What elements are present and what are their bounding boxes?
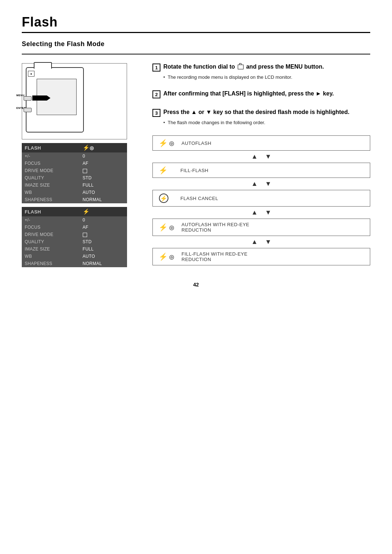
- table-row: DRIVE MODE: [22, 231, 127, 238]
- down-arrow-icon: ▼: [265, 153, 271, 160]
- flash-mode-autoflash: ⚡◎ AUTOFLASH: [152, 135, 370, 151]
- fill-flash-label: FILL-FLASH: [180, 168, 208, 173]
- step-3-heading: 3 Press the ▲ or ▼ key so that the desir…: [152, 109, 370, 117]
- step-1-number: 1: [152, 64, 160, 72]
- up-arrow-icon: ▲: [251, 238, 258, 246]
- menu-table-2: FLASH ⚡ +/-0 FOCUSAF DRIVE MODE QUALITYS…: [22, 207, 127, 267]
- flash-mode-autoflash-redeye: ⚡◎ AUTOFLASH WITH RED-EYEREDUCTION: [152, 219, 370, 236]
- step-3-text: Press the ▲ or ▼ key so that the desired…: [163, 109, 350, 116]
- menu-button[interactable]: [24, 96, 32, 101]
- table-row: DRIVE MODE: [22, 167, 127, 174]
- camera-diagram: ● MENU ENTER: [22, 63, 127, 139]
- menu-arrow: [32, 95, 50, 101]
- autoflash-icon: ⚡◎: [159, 139, 174, 147]
- down-arrow-icon: ▼: [265, 238, 271, 246]
- table-row: FOCUSAF: [22, 160, 127, 167]
- camera-body: ● MENU ENTER: [26, 67, 84, 133]
- step-1: 1 Rotate the function dial to and press …: [152, 63, 370, 80]
- step-3-bullet: The flash mode changes in the following …: [163, 120, 370, 125]
- main-content: ● MENU ENTER FLASH ⚡◎ +/-0 FOCUSAF: [22, 63, 370, 271]
- step-1-text: Rotate the function dial to and press th…: [163, 63, 324, 71]
- step-3-number: 3: [152, 109, 160, 117]
- step-1-heading: 1 Rotate the function dial to and press …: [152, 63, 370, 72]
- table-row: WBAUTO: [22, 253, 127, 260]
- step-2-number: 2: [152, 90, 160, 98]
- table-row: +/-0: [22, 152, 127, 160]
- fill-flash-redeye-icon: ⚡◎: [159, 252, 174, 261]
- title-divider: [22, 32, 370, 33]
- menu-label: MENU: [16, 94, 25, 97]
- table-row: WBAUTO: [22, 189, 127, 196]
- table-row: SHAPENESSNORMAL: [22, 260, 127, 267]
- step-1-bullet: The recording mode menu is displayed on …: [163, 74, 370, 80]
- down-arrow-icon: ▼: [265, 180, 271, 188]
- up-arrow-icon: ▲: [251, 180, 258, 188]
- flash-mode-fill-redeye: ⚡◎ FILL-FLASH WITH RED-EYEREDUCTION: [152, 248, 370, 265]
- menu-table-2-header-icon: ⚡: [80, 207, 127, 216]
- section-divider: [22, 54, 370, 54]
- table-row: IMAZE SIZEFULL: [22, 245, 127, 253]
- section-heading: Selecting the Flash Mode: [22, 40, 370, 48]
- flash-cancel-svg: ⚡: [159, 193, 169, 203]
- camera-top-bump: [34, 62, 52, 69]
- table-row: QUALITYSTD: [22, 238, 127, 245]
- autoflash-redeye-label: AUTOFLASH WITH RED-EYEREDUCTION: [181, 222, 249, 233]
- fill-flash-redeye-label: FILL-FLASH WITH RED-EYEREDUCTION: [181, 251, 248, 262]
- autoflash-redeye-icon: ⚡◎: [159, 223, 174, 232]
- right-column: 1 Rotate the function dial to and press …: [152, 63, 370, 271]
- menu-table-1-header: FLASH ⚡◎: [22, 143, 127, 152]
- table-row: QUALITYSTD: [22, 174, 127, 182]
- flash-cancel-icon: ⚡: [159, 193, 173, 203]
- flash-modes-diagram: ⚡◎ AUTOFLASH ▲ ▼ ⚡ FILL-FLASH ▲ ▼: [152, 135, 370, 265]
- enter-button[interactable]: [24, 108, 32, 112]
- menu-table-1-header-label: FLASH: [22, 143, 80, 152]
- table-row: IMAZE SIZEFULL: [22, 182, 127, 189]
- up-arrow-icon: ▲: [251, 153, 258, 160]
- menu-table-2-header: FLASH ⚡: [22, 207, 127, 216]
- menu-table-1: FLASH ⚡◎ +/-0 FOCUSAF DRIVE MODE QUALITY…: [22, 143, 127, 203]
- down-arrow-icon: ▼: [265, 209, 271, 216]
- autoflash-label: AUTOFLASH: [181, 140, 211, 146]
- fill-flash-icon: ⚡: [159, 166, 173, 175]
- arrows-1: ▲ ▼: [152, 151, 370, 163]
- table-row: SHAPENESSNORMAL: [22, 196, 127, 203]
- arrows-2: ▲ ▼: [152, 178, 370, 190]
- table-row: +/-0: [22, 216, 127, 224]
- step-2-heading: 2 After confirming that [FLASH] is highl…: [152, 90, 370, 98]
- step-3: 3 Press the ▲ or ▼ key so that the desir…: [152, 109, 370, 125]
- up-arrow-icon: ▲: [251, 209, 258, 216]
- page-title: Flash: [22, 15, 370, 30]
- flash-mode-fill: ⚡ FILL-FLASH: [152, 163, 370, 178]
- step-2: 2 After confirming that [FLASH] is highl…: [152, 90, 370, 98]
- menu-table-2-header-label: FLASH: [22, 207, 80, 216]
- page-number: 42: [22, 282, 370, 288]
- menu-table-1-header-icon: ⚡◎: [80, 143, 127, 152]
- table-row: FOCUSAF: [22, 224, 127, 231]
- left-column: ● MENU ENTER FLASH ⚡◎ +/-0 FOCUSAF: [22, 63, 138, 271]
- flash-mode-cancel: ⚡ FLASH CANCEL: [152, 190, 370, 207]
- svg-text:⚡: ⚡: [160, 195, 167, 202]
- flash-cancel-label: FLASH CANCEL: [180, 196, 218, 201]
- arrows-4: ▲ ▼: [152, 236, 370, 248]
- arrows-3: ▲ ▼: [152, 207, 370, 219]
- step-2-text: After confirming that [FLASH] is highlig…: [163, 90, 334, 98]
- camera-mode-icon: ●: [28, 71, 34, 77]
